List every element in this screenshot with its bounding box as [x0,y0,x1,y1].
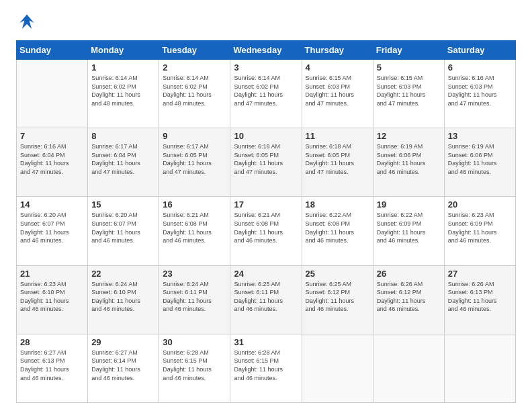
cell-info: Sunrise: 6:19 AM Sunset: 6:06 PM Dayligh… [377,142,441,176]
calendar-cell: 26Sunrise: 6:26 AM Sunset: 6:12 PM Dayli… [373,265,444,334]
calendar-cell: 6Sunrise: 6:16 AM Sunset: 6:03 PM Daylig… [444,60,515,128]
page: SundayMondayTuesdayWednesdayThursdayFrid… [0,0,532,411]
calendar-cell: 27Sunrise: 6:26 AM Sunset: 6:13 PM Dayli… [444,265,515,334]
cell-info: Sunrise: 6:14 AM Sunset: 6:02 PM Dayligh… [163,74,226,107]
calendar-cell: 15Sunrise: 6:20 AM Sunset: 6:07 PM Dayli… [88,197,159,265]
cell-info: Sunrise: 6:28 AM Sunset: 6:15 PM Dayligh… [234,349,298,382]
day-number: 4 [306,62,369,73]
calendar-cell: 22Sunrise: 6:24 AM Sunset: 6:10 PM Dayli… [88,265,159,334]
day-number: 1 [91,62,155,73]
cell-info: Sunrise: 6:14 AM Sunset: 6:02 PM Dayligh… [234,74,298,107]
day-number: 2 [163,62,226,73]
calendar-week-row: 7Sunrise: 6:16 AM Sunset: 6:04 PM Daylig… [17,128,516,197]
cell-info: Sunrise: 6:16 AM Sunset: 6:04 PM Dayligh… [20,142,84,176]
day-number: 30 [163,337,226,347]
cell-info: Sunrise: 6:14 AM Sunset: 6:02 PM Dayligh… [91,74,155,107]
cell-info: Sunrise: 6:26 AM Sunset: 6:12 PM Dayligh… [377,280,441,314]
calendar-week-row: 28Sunrise: 6:27 AM Sunset: 6:13 PM Dayli… [17,334,516,402]
calendar-cell: 10Sunrise: 6:18 AM Sunset: 6:05 PM Dayli… [230,128,302,197]
calendar-cell [444,334,515,402]
col-header-tuesday: Tuesday [159,41,230,60]
day-number: 11 [306,131,369,141]
logo [16,12,40,34]
cell-info: Sunrise: 6:20 AM Sunset: 6:07 PM Dayligh… [91,211,155,244]
col-header-wednesday: Wednesday [230,41,302,60]
day-number: 20 [448,199,512,210]
cell-info: Sunrise: 6:21 AM Sunset: 6:08 PM Dayligh… [234,211,298,244]
col-header-monday: Monday [88,41,159,60]
calendar-cell: 2Sunrise: 6:14 AM Sunset: 6:02 PM Daylig… [159,60,230,128]
calendar-table: SundayMondayTuesdayWednesdayThursdayFrid… [16,40,516,403]
calendar-cell: 5Sunrise: 6:15 AM Sunset: 6:03 PM Daylig… [373,60,444,128]
day-number: 19 [377,199,441,210]
calendar-cell: 31Sunrise: 6:28 AM Sunset: 6:15 PM Dayli… [230,334,302,402]
calendar-cell: 23Sunrise: 6:24 AM Sunset: 6:11 PM Dayli… [159,265,230,334]
cell-info: Sunrise: 6:22 AM Sunset: 6:08 PM Dayligh… [306,211,369,244]
calendar-cell: 28Sunrise: 6:27 AM Sunset: 6:13 PM Dayli… [17,334,88,402]
day-number: 7 [20,131,84,141]
calendar-header-row: SundayMondayTuesdayWednesdayThursdayFrid… [17,41,516,60]
day-number: 23 [163,269,226,279]
cell-info: Sunrise: 6:25 AM Sunset: 6:12 PM Dayligh… [306,280,369,314]
cell-info: Sunrise: 6:28 AM Sunset: 6:15 PM Dayligh… [163,349,226,382]
day-number: 10 [234,131,298,141]
header [16,12,516,34]
day-number: 13 [448,131,512,141]
day-number: 27 [448,269,512,279]
day-number: 21 [20,269,84,279]
day-number: 17 [234,199,298,210]
day-number: 24 [234,269,298,279]
calendar-cell [373,334,444,402]
day-number: 18 [306,199,369,210]
day-number: 31 [234,337,298,347]
cell-info: Sunrise: 6:15 AM Sunset: 6:03 PM Dayligh… [377,74,441,107]
calendar-cell: 4Sunrise: 6:15 AM Sunset: 6:03 PM Daylig… [302,60,373,128]
calendar-cell: 24Sunrise: 6:25 AM Sunset: 6:11 PM Dayli… [230,265,302,334]
cell-info: Sunrise: 6:18 AM Sunset: 6:05 PM Dayligh… [306,142,369,176]
col-header-sunday: Sunday [17,41,88,60]
day-number: 9 [163,131,226,141]
calendar-cell: 19Sunrise: 6:22 AM Sunset: 6:09 PM Dayli… [373,197,444,265]
calendar-cell: 8Sunrise: 6:17 AM Sunset: 6:04 PM Daylig… [88,128,159,197]
calendar-cell [302,334,373,402]
cell-info: Sunrise: 6:19 AM Sunset: 6:06 PM Dayligh… [448,142,512,176]
calendar-cell: 1Sunrise: 6:14 AM Sunset: 6:02 PM Daylig… [88,60,159,128]
day-number: 12 [377,131,441,141]
calendar-cell: 21Sunrise: 6:23 AM Sunset: 6:10 PM Dayli… [17,265,88,334]
calendar-cell: 11Sunrise: 6:18 AM Sunset: 6:05 PM Dayli… [302,128,373,197]
calendar-week-row: 21Sunrise: 6:23 AM Sunset: 6:10 PM Dayli… [17,265,516,334]
day-number: 26 [377,269,441,279]
day-number: 8 [91,131,155,141]
calendar-cell: 30Sunrise: 6:28 AM Sunset: 6:15 PM Dayli… [159,334,230,402]
calendar-cell: 17Sunrise: 6:21 AM Sunset: 6:08 PM Dayli… [230,197,302,265]
day-number: 28 [20,337,84,347]
cell-info: Sunrise: 6:22 AM Sunset: 6:09 PM Dayligh… [377,211,441,244]
calendar-cell: 9Sunrise: 6:17 AM Sunset: 6:05 PM Daylig… [159,128,230,197]
calendar-cell: 3Sunrise: 6:14 AM Sunset: 6:02 PM Daylig… [230,60,302,128]
cell-info: Sunrise: 6:27 AM Sunset: 6:13 PM Dayligh… [20,349,84,382]
calendar-week-row: 14Sunrise: 6:20 AM Sunset: 6:07 PM Dayli… [17,197,516,265]
calendar-cell [17,60,88,128]
cell-info: Sunrise: 6:17 AM Sunset: 6:04 PM Dayligh… [91,142,155,176]
cell-info: Sunrise: 6:27 AM Sunset: 6:14 PM Dayligh… [91,349,155,382]
calendar-cell: 18Sunrise: 6:22 AM Sunset: 6:08 PM Dayli… [302,197,373,265]
calendar-cell: 14Sunrise: 6:20 AM Sunset: 6:07 PM Dayli… [17,197,88,265]
day-number: 5 [377,62,441,73]
logo-icon [16,12,38,34]
cell-info: Sunrise: 6:23 AM Sunset: 6:09 PM Dayligh… [448,211,512,244]
day-number: 22 [91,269,155,279]
col-header-friday: Friday [373,41,444,60]
day-number: 6 [448,62,512,73]
day-number: 15 [91,199,155,210]
calendar-cell: 20Sunrise: 6:23 AM Sunset: 6:09 PM Dayli… [444,197,515,265]
calendar-cell: 16Sunrise: 6:21 AM Sunset: 6:08 PM Dayli… [159,197,230,265]
calendar-cell: 29Sunrise: 6:27 AM Sunset: 6:14 PM Dayli… [88,334,159,402]
day-number: 29 [91,337,155,347]
cell-info: Sunrise: 6:15 AM Sunset: 6:03 PM Dayligh… [306,74,369,107]
calendar-cell: 25Sunrise: 6:25 AM Sunset: 6:12 PM Dayli… [302,265,373,334]
cell-info: Sunrise: 6:24 AM Sunset: 6:11 PM Dayligh… [163,280,226,314]
day-number: 14 [20,199,84,210]
cell-info: Sunrise: 6:18 AM Sunset: 6:05 PM Dayligh… [234,142,298,176]
calendar-week-row: 1Sunrise: 6:14 AM Sunset: 6:02 PM Daylig… [17,60,516,128]
cell-info: Sunrise: 6:23 AM Sunset: 6:10 PM Dayligh… [20,280,84,314]
